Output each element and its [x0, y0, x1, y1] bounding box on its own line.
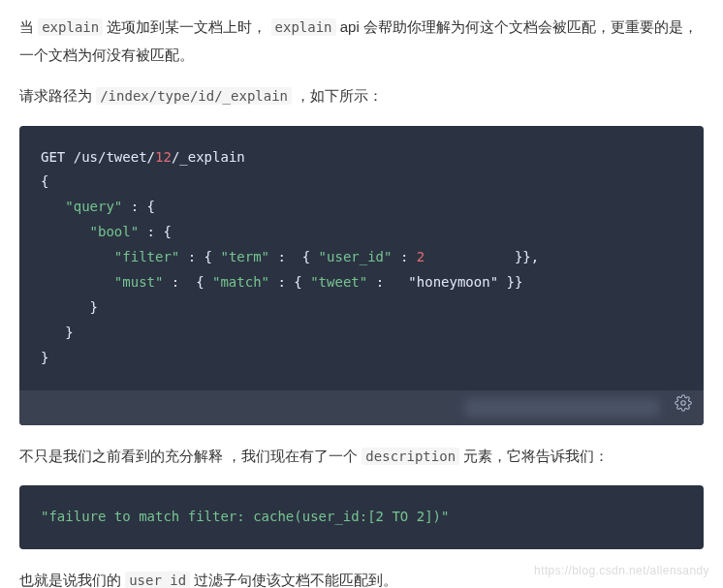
token-punct: :	[367, 274, 408, 290]
paragraph-3: 不只是我们之前看到的充分解释 ，我们现在有了一个 description 元素，…	[19, 443, 704, 471]
text: 当	[19, 18, 38, 35]
code-block-request: GET /us/tweet/12/_explain { "query" : { …	[19, 126, 704, 425]
text: ，如下所示：	[292, 87, 383, 104]
token-brace: {	[41, 173, 48, 189]
token-key: "term"	[220, 249, 269, 264]
token-path: /us/tweet/	[65, 149, 155, 165]
paragraph-1: 当 explain 选项加到某一文档上时， explain api 会帮助你理解…	[19, 14, 704, 69]
token-punct: :	[392, 249, 416, 264]
token-indent	[41, 199, 65, 214]
text: 请求路径为	[19, 87, 96, 104]
token-brace: }	[41, 299, 98, 315]
text: 选项加到某一文档上时，	[103, 18, 270, 35]
token-punct: : {	[269, 249, 319, 264]
token-key: "user_id"	[319, 249, 393, 264]
token-key: "tweet"	[310, 274, 367, 290]
token-punct: }},	[424, 249, 539, 264]
code-content: GET /us/tweet/12/_explain { "query" : { …	[19, 126, 704, 390]
token-key: "match"	[212, 274, 269, 290]
token-indent	[41, 274, 114, 290]
text: 也就是说我们的	[19, 572, 125, 588]
token-string: "failure to match filter: cache(user_id:…	[41, 509, 449, 524]
token-punct: : {	[269, 274, 310, 290]
token-brace: }	[41, 325, 74, 340]
token-method: GET	[41, 149, 65, 165]
token-punct: : {	[122, 199, 155, 214]
blurred-region	[465, 399, 659, 417]
token-punct: : {	[163, 274, 212, 290]
inline-code-userid: user_id	[125, 572, 190, 588]
inline-code-explain: explain	[271, 18, 336, 36]
paragraph-2: 请求路径为 /index/type/id/_explain ，如下所示：	[19, 82, 704, 110]
inline-code-description: description	[362, 448, 459, 465]
token-indent	[41, 224, 90, 239]
watermark: https://blog.csdn.net/allensandy	[534, 560, 709, 582]
svg-point-0	[681, 401, 686, 406]
code-block-output: "failure to match filter: cache(user_id:…	[19, 485, 704, 549]
code-content: "failure to match filter: cache(user_id:…	[19, 485, 704, 549]
token-indent	[41, 249, 114, 264]
token-key: "bool"	[90, 224, 140, 239]
token-number: 2	[417, 249, 424, 264]
token-punct: : {	[139, 224, 172, 239]
token-key: "must"	[114, 274, 164, 290]
code-block-footer	[19, 390, 704, 425]
token-id: 12	[155, 149, 172, 165]
token-string: "honeymoon"	[408, 274, 498, 290]
token-key: "query"	[65, 199, 122, 214]
token-path: /_explain	[172, 149, 245, 165]
gear-icon[interactable]	[675, 393, 692, 421]
text: 不只是我们之前看到的充分解释 ，我们现在有了一个	[19, 448, 362, 464]
text: 过滤子句使该文档不能匹配到。	[190, 572, 397, 588]
inline-code-explain: explain	[38, 18, 103, 36]
token-key: "filter"	[114, 249, 179, 264]
inline-code-path: /index/type/id/_explain	[96, 87, 292, 105]
text: 元素，它将告诉我们：	[459, 448, 609, 464]
token-punct: }}	[498, 274, 522, 290]
token-punct: : {	[179, 249, 220, 264]
token-brace: }	[41, 350, 48, 365]
